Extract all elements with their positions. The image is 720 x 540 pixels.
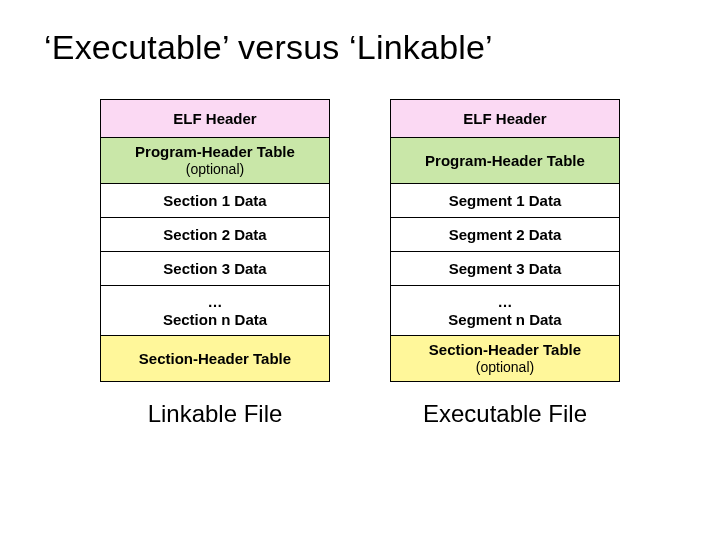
cell-text: Section 2 Data (163, 226, 266, 244)
section-2-data-cell: Section 2 Data (100, 218, 330, 252)
linkable-column: ELF Header Program-Header Table (optiona… (100, 99, 330, 428)
segment-1-data-cell: Segment 1 Data (390, 184, 620, 218)
section-3-data-cell: Section 3 Data (100, 252, 330, 286)
cell-text: Program-Header Table (135, 143, 295, 161)
linkable-stack: ELF Header Program-Header Table (optiona… (100, 99, 330, 382)
cell-subtext: (optional) (186, 161, 244, 178)
linkable-caption: Linkable File (100, 400, 330, 428)
section-header-table-cell: Section-Header Table (optional) (390, 336, 620, 382)
section-header-table-cell: Section-Header Table (100, 336, 330, 382)
cell-text: Section 3 Data (163, 260, 266, 278)
segment-3-data-cell: Segment 3 Data (390, 252, 620, 286)
section-n-data-cell: … Section n Data (100, 286, 330, 336)
diagram-columns: ELF Header Program-Header Table (optiona… (0, 99, 720, 428)
executable-column: ELF Header Program-Header Table Segment … (390, 99, 620, 428)
cell-text: ELF Header (463, 110, 546, 128)
program-header-table-cell: Program-Header Table (optional) (100, 138, 330, 184)
cell-subtext: Segment n Data (448, 311, 561, 329)
segment-n-data-cell: … Segment n Data (390, 286, 620, 336)
cell-text: Program-Header Table (425, 152, 585, 170)
cell-text: Section-Header Table (139, 350, 291, 368)
executable-caption: Executable File (390, 400, 620, 428)
program-header-table-cell: Program-Header Table (390, 138, 620, 184)
segment-2-data-cell: Segment 2 Data (390, 218, 620, 252)
cell-subtext: Section n Data (163, 311, 267, 329)
elf-header-cell: ELF Header (100, 100, 330, 138)
cell-text: Section-Header Table (429, 341, 581, 359)
cell-text: Segment 3 Data (449, 260, 562, 278)
cell-subtext: (optional) (476, 359, 534, 376)
cell-text: Segment 1 Data (449, 192, 562, 210)
section-1-data-cell: Section 1 Data (100, 184, 330, 218)
cell-text: Segment 2 Data (449, 226, 562, 244)
executable-stack: ELF Header Program-Header Table Segment … (390, 99, 620, 382)
cell-text: Section 1 Data (163, 192, 266, 210)
cell-text: … (498, 293, 513, 311)
slide-title: ‘Executable’ versus ‘Linkable’ (0, 0, 720, 67)
cell-text: … (208, 293, 223, 311)
elf-header-cell: ELF Header (390, 100, 620, 138)
cell-text: ELF Header (173, 110, 256, 128)
